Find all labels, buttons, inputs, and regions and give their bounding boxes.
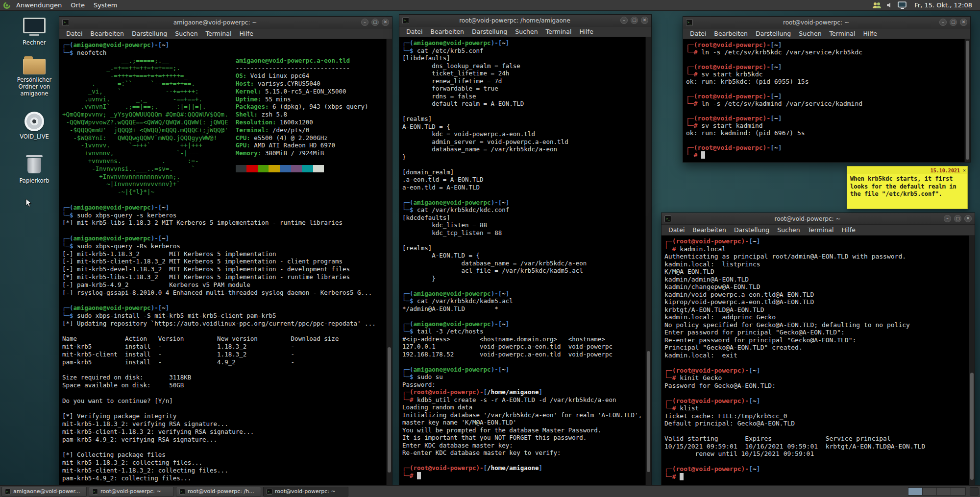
scrollbar-thumb[interactable]	[647, 351, 650, 472]
menu-item-bearbeiten[interactable]: Bearbeiten	[688, 225, 730, 235]
users-icon[interactable]	[872, 1, 882, 9]
maximize-button[interactable]: ▢	[371, 19, 379, 26]
menu-item-datei[interactable]: Datei	[686, 29, 710, 38]
show-desktop-button[interactable]	[970, 487, 979, 496]
terminal-line: .vvnvnI` .;==|==;. :|=||=|. Packages: 6 …	[62, 103, 384, 111]
terminal-line	[62, 366, 384, 374]
menu-item-bearbeiten[interactable]: Bearbeiten	[86, 29, 128, 38]
terminal-line: -1vvnvv. `~+++` ++|+++ GPU: AMD ATI Rade…	[62, 142, 384, 149]
menu-item-darstellung[interactable]: Darstellung	[752, 29, 795, 38]
workspace-1[interactable]	[908, 488, 923, 495]
menu-item-bearbeiten[interactable]: Bearbeiten	[710, 29, 752, 38]
terminal-screen[interactable]: ┌─(amigaone@void-powerpc)-[~]└─$ neofetc…	[59, 39, 392, 486]
maximize-button[interactable]: ▢	[950, 19, 957, 26]
menu-item-terminal[interactable]: Terminal	[202, 29, 236, 38]
titlebar[interactable]: root@void-powerpc: ~ – ▢ ✕	[662, 213, 975, 225]
terminal-screen[interactable]: ┌─(amigaone@void-powerpc)-[~]└─$ cat /et…	[399, 37, 651, 485]
titlebar[interactable]: root@void-powerpc: ~ – ▢ ✕	[683, 17, 970, 28]
desktop-icon-void-live[interactable]: VOID_LIVE	[7, 112, 62, 140]
menu-item-system[interactable]: System	[89, 0, 122, 10]
terminal-line: [libdefaults]	[402, 54, 643, 62]
menu-item-hilfe[interactable]: Hilfe	[837, 225, 859, 235]
terminal-line: Password:	[402, 381, 643, 389]
menu-item-suchen[interactable]: Suchen	[795, 29, 825, 38]
close-button[interactable]: ✕	[382, 19, 389, 26]
terminal-line: K/M@A-EON.TLD	[664, 268, 967, 276]
terminal-line: kiprop/void-powerpc.a-eon.tld@A-EON.TLD	[664, 298, 967, 306]
terminal-line: Loading random data	[402, 403, 643, 411]
menu-item-terminal[interactable]: Terminal	[542, 27, 576, 36]
desktop-icon-label: Papierkorb	[19, 177, 49, 184]
terminal-line	[686, 137, 962, 144]
minimize-button[interactable]: –	[361, 19, 368, 26]
terminal-line: -QQWQWpvvowZ?.wQQQE==<QWWQ/QWQW.QQWW(: j…	[62, 118, 384, 126]
menu-item-hilfe[interactable]: Hilfe	[575, 27, 597, 36]
menu-item-suchen[interactable]: Suchen	[773, 225, 804, 235]
window-terminal-right-top: root@void-powerpc: ~ – ▢ ✕ DateiBearbeit…	[683, 16, 971, 163]
menu-item-datei[interactable]: Datei	[664, 225, 688, 235]
menu-item-darstellung[interactable]: Darstellung	[468, 27, 511, 36]
minimize-button[interactable]: –	[944, 215, 951, 222]
terminal-line	[686, 85, 962, 93]
desktop-icon-trash[interactable]: Papierkorb	[7, 156, 62, 184]
desktop-icon-home-folder[interactable]: Persönlicher Ordner von amigaone	[7, 59, 62, 97]
taskbar: amigaone@void-power... root@void-powerpc…	[0, 485, 980, 497]
scrollbar[interactable]	[969, 236, 975, 485]
workspace-4[interactable]	[951, 488, 965, 495]
menu-item-anwendungen[interactable]: Anwendungen	[12, 0, 66, 10]
desktop-icon-computer[interactable]: Rechner	[7, 18, 62, 46]
terminal-line: ┌─(root@void-powerpc)-[~]	[686, 93, 962, 100]
menu-item-suchen[interactable]: Suchen	[171, 29, 201, 38]
scrollbar[interactable]	[386, 39, 392, 486]
terminal-screen[interactable]: ┌─(root@void-powerpc)-[~]└─# ln -s /etc/…	[683, 39, 970, 162]
sticky-note-header[interactable]: 15.10.2021 ✕	[847, 166, 967, 174]
menu-item-hilfe[interactable]: Hilfe	[859, 29, 881, 38]
maximize-button[interactable]: ▢	[954, 215, 961, 222]
menu-item-terminal[interactable]: Terminal	[826, 29, 859, 38]
note-close-icon[interactable]: ✕	[963, 167, 966, 173]
menu-item-darstellung[interactable]: Darstellung	[730, 225, 773, 235]
terminal-screen[interactable]: ┌─(root@void-powerpc)-[~]└─# kadmin.loca…	[662, 236, 975, 485]
scrollbar[interactable]	[964, 39, 970, 162]
scrollbar-thumb[interactable]	[388, 347, 391, 472]
maximize-button[interactable]: ▢	[631, 17, 638, 24]
void-logo-icon[interactable]	[3, 1, 11, 9]
menu-item-darstellung[interactable]: Darstellung	[128, 29, 171, 38]
menu-item-datei[interactable]: Datei	[62, 29, 86, 38]
scrollbar[interactable]	[645, 37, 651, 485]
taskbar-button-left-terminal[interactable]: amigaone@void-power...	[1, 487, 87, 497]
close-button[interactable]: ✕	[964, 215, 972, 222]
terminal-line: +vnvnvns. . :=-	[62, 157, 384, 165]
titlebar[interactable]: amigaone@void-powerpc: ~ – ▢ ✕	[59, 17, 392, 28]
terminal-line: Enter password for principal "Gecko@A-EO…	[664, 329, 967, 336]
taskbar-button-right-bottom-terminal[interactable]: root@void-powerpc: ~	[263, 487, 348, 497]
menu-item-datei[interactable]: Datei	[402, 27, 426, 36]
taskbar-button-middle-terminal[interactable]: root@void-powerpc: /h...	[176, 487, 261, 497]
menu-item-orte[interactable]: Orte	[66, 0, 89, 10]
titlebar[interactable]: root@void-powerpc: /home/amigaone – ▢ ✕	[399, 15, 651, 26]
minimize-button[interactable]: –	[939, 19, 947, 26]
menu-item-hilfe[interactable]: Hilfe	[235, 29, 257, 38]
terminal-line	[62, 404, 384, 412]
display-icon[interactable]	[898, 1, 907, 9]
terminal-line: You will be prompted for the database Ma…	[402, 426, 643, 434]
terminal-line: _vi, ` --+=++++: Kernel: 5.15.0-rc5_A-EO…	[62, 88, 384, 95]
menu-item-suchen[interactable]: Suchen	[511, 27, 541, 36]
terminal-line: └─#	[664, 473, 967, 481]
close-button[interactable]: ✕	[641, 17, 648, 24]
terminal-line	[62, 227, 384, 235]
volume-icon[interactable]	[886, 1, 893, 9]
scrollbar-thumb[interactable]	[966, 41, 969, 160]
menu-item-bearbeiten[interactable]: Bearbeiten	[426, 27, 468, 36]
minimize-button[interactable]: –	[620, 17, 628, 24]
terminal-line: └─# klist	[664, 404, 967, 412]
window-title: amigaone@void-powerpc: ~	[72, 19, 358, 26]
taskbar-button-right-top-terminal[interactable]: root@void-powerpc: ~	[89, 487, 174, 497]
terminal-line: Default principal: Gecko@A-EON.TLD	[664, 420, 967, 427]
workspace-3[interactable]	[937, 488, 951, 495]
workspace-2[interactable]	[923, 488, 937, 495]
panel-clock[interactable]: Fr, 15. Okt., 12:08	[911, 1, 975, 9]
scrollbar-thumb[interactable]	[970, 373, 974, 480]
close-button[interactable]: ✕	[960, 19, 967, 26]
menu-item-terminal[interactable]: Terminal	[804, 225, 838, 235]
